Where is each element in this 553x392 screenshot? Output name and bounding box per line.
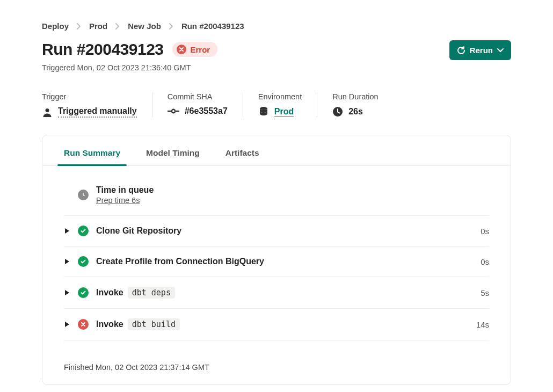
breadcrumb: Deploy Prod New Job Run #200439123 [42,21,511,31]
status-badge: Error [172,42,218,57]
step-queue: Time in queue Prep time 6s [64,172,489,216]
step-clone-title: Clone Git Repository [96,226,460,236]
expand-toggle[interactable] [64,228,70,234]
meta-env-label: Environment [258,92,302,101]
tab-run-summary[interactable]: Run Summary [64,148,120,165]
tabs: Run Summary Model Timing Artifacts [42,135,511,166]
meta-trigger-label: Trigger [42,92,137,101]
breadcrumb-deploy[interactable]: Deploy [42,21,69,31]
breadcrumb-prod[interactable]: Prod [89,21,107,31]
expand-toggle[interactable] [64,290,70,295]
finished-timestamp: Finished Mon, 02 Oct 2023 21:37:14 GMT [42,353,511,384]
step-queue-title: Time in queue [96,185,460,195]
step-deps-code: dbt deps [128,287,175,299]
breadcrumb-run[interactable]: Run #200439123 [181,21,244,31]
refresh-icon [457,46,465,55]
chevron-right-icon [77,23,81,30]
user-icon [42,107,53,118]
check-circle-icon [78,226,89,236]
expand-toggle[interactable] [64,259,70,264]
step-deps-duration: 5s [468,288,489,297]
meta-duration-label: Run Duration [332,92,378,101]
breadcrumb-new-job[interactable]: New Job [128,21,161,31]
clock-icon [78,190,89,200]
check-circle-icon [78,287,89,298]
step-queue-sub[interactable]: Prep time 6s [96,196,140,205]
svg-point-4 [260,107,267,110]
page-title: Run #200439123 [42,40,164,59]
git-commit-icon [168,108,179,114]
meta-commit-label: Commit SHA [168,92,228,101]
svg-point-0 [46,108,49,112]
step-build-duration: 14s [468,320,489,329]
step-deps[interactable]: Invoke dbt deps 5s [64,277,489,309]
chevron-down-icon [497,48,504,53]
tab-model-timing[interactable]: Model Timing [146,148,200,165]
step-build-prefix: Invoke [96,320,123,329]
step-deps-prefix: Invoke [96,288,123,297]
check-circle-icon [78,256,89,267]
meta-duration-value: 26s [348,107,363,117]
rerun-button[interactable]: Rerun [449,40,511,60]
step-build[interactable]: Invoke dbt build 14s [64,309,489,340]
step-clone[interactable]: Clone Git Repository 0s [64,216,489,246]
step-build-code: dbt build [128,318,180,330]
step-clone-duration: 0s [468,227,489,236]
run-card: Run Summary Model Timing Artifacts Time … [42,135,511,385]
x-circle-icon [177,45,186,54]
clock-icon [332,106,343,117]
tab-artifacts[interactable]: Artifacts [225,148,259,165]
triggered-timestamp: Triggered Mon, 02 Oct 2023 21:36:40 GMT [42,63,511,72]
chevron-right-icon [115,23,120,30]
chevron-right-icon [169,23,173,30]
status-badge-label: Error [191,45,210,54]
meta-row: Trigger Triggered manually Commit SHA #6… [42,92,511,118]
step-profile-duration: 0s [468,257,489,266]
svg-point-1 [172,110,175,113]
step-profile-title: Create Profile from Connection BigQuery [96,257,460,266]
expand-toggle[interactable] [64,322,70,327]
meta-env-value[interactable]: Prod [274,107,294,117]
step-profile[interactable]: Create Profile from Connection BigQuery … [64,246,489,277]
meta-trigger-value[interactable]: Triggered manually [58,106,137,118]
x-circle-icon [78,319,89,330]
rerun-button-label: Rerun [470,46,493,55]
meta-commit-value: #6e3553a7 [185,106,228,116]
database-icon [258,106,269,117]
